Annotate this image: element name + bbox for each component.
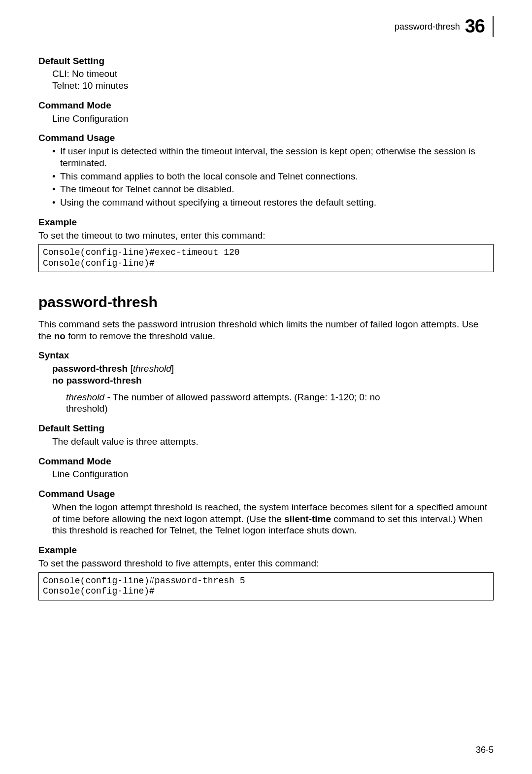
command-usage-body-2: When the logon attempt threshold is reac… bbox=[52, 501, 494, 536]
default-setting-head-1: Default Setting bbox=[38, 55, 494, 67]
example-head-1: Example bbox=[38, 216, 494, 228]
usage-item: The timeout for Telnet cannot be disable… bbox=[52, 183, 494, 195]
usage-item: This command applies to both the local c… bbox=[52, 171, 494, 182]
running-head: password-thresh bbox=[395, 21, 460, 33]
desc-text-b: form to remove the threshold value. bbox=[66, 331, 215, 341]
command-usage-head-2: Command Usage bbox=[38, 488, 494, 500]
example-head-2: Example bbox=[38, 544, 494, 556]
syntax-line-1: password-thresh [threshold] bbox=[52, 363, 494, 375]
usage-item: If user input is detected within the tim… bbox=[52, 145, 494, 169]
chapter-number: 36 bbox=[465, 15, 485, 38]
syntax-cmd: password-thresh bbox=[52, 363, 128, 374]
command-title: password-thresh bbox=[38, 293, 494, 312]
command-mode-body-2: Line Configuration bbox=[52, 468, 494, 480]
syntax-head: Syntax bbox=[38, 350, 494, 361]
syntax-line-2: no password-thresh bbox=[52, 375, 494, 387]
syntax-arg-desc: threshold - The number of allowed passwo… bbox=[66, 391, 421, 415]
page-header: password-thresh 36 bbox=[38, 15, 494, 38]
arg-desc: - The number of allowed password attempt… bbox=[66, 392, 380, 414]
header-divider bbox=[493, 16, 494, 37]
command-mode-body-1: Line Configuration bbox=[52, 113, 494, 125]
command-usage-head-1: Command Usage bbox=[38, 132, 494, 144]
example-code-2: Console(config-line)#password-thresh 5 C… bbox=[38, 572, 494, 600]
desc-no-keyword: no bbox=[54, 331, 66, 341]
default-setting-head-2: Default Setting bbox=[38, 422, 494, 434]
command-description: This command sets the password intrusion… bbox=[38, 318, 494, 342]
syntax-arg: threshold bbox=[133, 363, 171, 374]
usage-silent-time: silent-time bbox=[284, 514, 331, 524]
command-mode-head-1: Command Mode bbox=[38, 100, 494, 111]
page-number: 36-5 bbox=[476, 744, 494, 756]
page: password-thresh 36 Default Setting CLI: … bbox=[0, 0, 532, 774]
usage-item: Using the command without specifying a t… bbox=[52, 197, 494, 209]
example-intro-1: To set the timeout to two minutes, enter… bbox=[38, 230, 494, 242]
command-mode-head-2: Command Mode bbox=[38, 456, 494, 467]
usage-list-1: If user input is detected within the tim… bbox=[52, 145, 494, 209]
default-setting-line1: CLI: No timeout bbox=[52, 68, 494, 80]
syntax-bracket-close: ] bbox=[171, 363, 174, 374]
arg-name: threshold bbox=[66, 392, 104, 402]
default-setting-line2: Telnet: 10 minutes bbox=[52, 80, 494, 92]
example-intro-2: To set the password threshold to five at… bbox=[38, 558, 494, 569]
default-setting-body-2: The default value is three attempts. bbox=[52, 436, 494, 448]
example-code-1: Console(config-line)#exec-timeout 120 Co… bbox=[38, 244, 494, 272]
syntax-block: password-thresh [threshold] no password-… bbox=[52, 363, 494, 387]
